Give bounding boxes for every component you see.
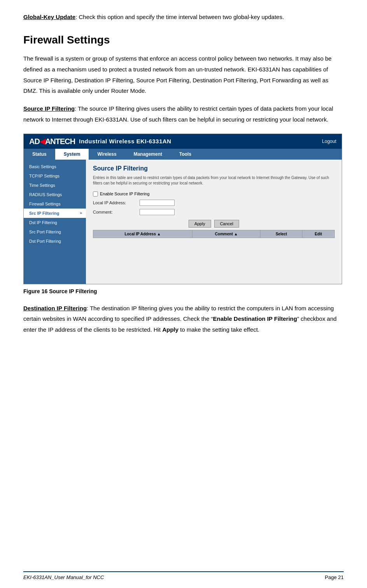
table-col-local-ip[interactable]: Local IP Address ▲ bbox=[93, 230, 192, 238]
table-col-select[interactable]: Select bbox=[260, 230, 302, 238]
sidebar-firewall-settings[interactable]: Firewall Settings bbox=[24, 199, 86, 209]
adv-body: Basic Settings TCP/IP Settings Time Sett… bbox=[24, 160, 342, 284]
enable-source-ip-checkbox[interactable] bbox=[93, 191, 98, 197]
table-col-comment[interactable]: Comment ▲ bbox=[192, 230, 260, 238]
footer-right: Page 21 bbox=[325, 574, 344, 580]
nav-tools[interactable]: Tools bbox=[171, 149, 200, 160]
sidebar-basic-settings[interactable]: Basic Settings bbox=[24, 162, 86, 171]
adv-logo-area: AD◀ANTECH Industrial Wireless EKI-6331AN bbox=[29, 137, 171, 146]
footer-left: EKI-6331AN_User Manual_for NCC bbox=[23, 574, 104, 580]
enable-source-ip-label: Enable Source IP Filtering bbox=[100, 191, 150, 196]
sidebar-src-ip-filtering[interactable]: Src IP Filtering » bbox=[24, 209, 86, 218]
destination-ip-label: Destination IP Filtering bbox=[23, 305, 87, 311]
sidebar-radius-settings[interactable]: RADIUS Settings bbox=[24, 190, 86, 199]
destination-ip-enable-label: Enable Destination IP Filtering bbox=[213, 315, 297, 322]
destination-ip-paragraph: Destination IP Filtering: The destinatio… bbox=[23, 303, 344, 335]
firewall-description: The firewall is a system or group of sys… bbox=[23, 53, 344, 96]
figure-caption: Figure 16 Source IP Filtering bbox=[23, 288, 344, 294]
nav-system[interactable]: System bbox=[55, 149, 89, 160]
source-ip-paragraph: Source IP Filtering: The source IP filte… bbox=[23, 103, 344, 125]
section-title: Firewall Settings bbox=[23, 34, 344, 46]
sidebar-dst-ip-filtering[interactable]: Dst IP Filtering bbox=[24, 218, 86, 227]
screenshot-container: AD◀ANTECH Industrial Wireless EKI-6331AN… bbox=[23, 134, 342, 284]
local-ip-label: Local IP Address: bbox=[93, 200, 140, 205]
intro-block: Global-Key Update: Check this option and… bbox=[23, 12, 344, 22]
adv-header: AD◀ANTECH Industrial Wireless EKI-6331AN… bbox=[24, 134, 342, 149]
comment-input[interactable] bbox=[140, 209, 175, 215]
arrow-icon: » bbox=[80, 211, 82, 215]
local-ip-row: Local IP Address: bbox=[93, 200, 335, 206]
cancel-button[interactable]: Cancel bbox=[214, 220, 239, 228]
sidebar-dst-port-filtering[interactable]: Dst Port Filtering bbox=[24, 237, 86, 246]
main-panel-description: Entries in this table are used to restri… bbox=[93, 175, 335, 186]
global-key-label: Global-Key Update bbox=[23, 14, 75, 20]
adv-nav: Status System Wireless Management Tools bbox=[24, 149, 342, 160]
enable-source-ip-row: Enable Source IP Filtering bbox=[93, 191, 335, 197]
nav-wireless[interactable]: Wireless bbox=[89, 149, 125, 160]
global-key-text: : Check this option and specify the time… bbox=[75, 14, 284, 20]
comment-row: Comment: bbox=[93, 209, 335, 215]
adv-main-panel: Source IP Filtering Entries in this tabl… bbox=[86, 160, 342, 284]
comment-label: Comment: bbox=[93, 210, 140, 214]
adv-product-name: Industrial Wireless EKI-6331AN bbox=[79, 138, 171, 144]
destination-ip-text3: to make the setting take effect. bbox=[178, 326, 259, 333]
page-footer: EKI-6331AN_User Manual_for NCC Page 21 bbox=[23, 571, 344, 580]
table-col-edit[interactable]: Edit bbox=[302, 230, 334, 238]
nav-status[interactable]: Status bbox=[24, 149, 55, 160]
sidebar-src-port-filtering[interactable]: Src Port Filtering bbox=[24, 227, 86, 237]
adv-sidebar: Basic Settings TCP/IP Settings Time Sett… bbox=[24, 160, 86, 284]
sidebar-time-settings[interactable]: Time Settings bbox=[24, 181, 86, 190]
sidebar-tcpip-settings[interactable]: TCP/IP Settings bbox=[24, 171, 86, 181]
nav-management[interactable]: Management bbox=[125, 149, 171, 160]
apply-button[interactable]: Apply bbox=[189, 220, 211, 228]
local-ip-input[interactable] bbox=[140, 200, 175, 206]
destination-apply-label: Apply bbox=[162, 326, 178, 333]
action-buttons: Apply Cancel bbox=[93, 220, 335, 228]
adv-logout-btn[interactable]: Logout bbox=[322, 139, 336, 144]
ip-filter-table: Local IP Address ▲ Comment ▲ Select Edit bbox=[93, 230, 335, 238]
adv-logo: AD◀ANTECH bbox=[29, 137, 75, 146]
source-ip-label: Source IP Filtering bbox=[23, 105, 75, 112]
main-panel-title: Source IP Filtering bbox=[93, 165, 335, 172]
